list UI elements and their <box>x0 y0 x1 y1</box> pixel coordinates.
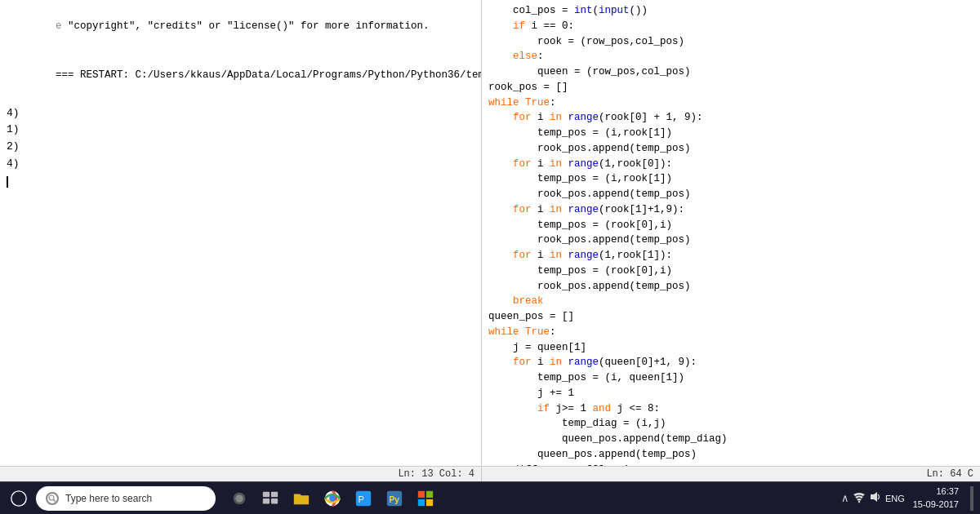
network-icon[interactable] <box>853 490 866 506</box>
svg-marker-21 <box>871 492 877 502</box>
output-line-2: 1) <box>7 122 474 139</box>
svg-point-11 <box>329 495 335 501</box>
svg-rect-6 <box>271 491 278 496</box>
svg-text:P: P <box>359 494 364 503</box>
code-line: while True: <box>488 95 973 111</box>
code-line: rook_pos.append(temp_pos) <box>488 279 973 295</box>
code-line: temp_pos = (i,rook[1]) <box>488 171 973 187</box>
svg-line-2 <box>54 499 56 502</box>
code-line: col_pos = int(input()) <box>488 3 973 19</box>
shell-output: 4) 1) 2) 4) <box>7 105 474 173</box>
code-line: while True: <box>488 325 973 340</box>
taskbar-icon-store[interactable] <box>413 486 438 511</box>
tray-overflow-icon[interactable]: ∧ <box>841 492 849 504</box>
shell-restart-line: === RESTART: C:/Users/kkaus/AppData/Loca… <box>7 52 474 98</box>
search-placeholder-text: Type here to search <box>65 493 152 504</box>
code-line: for i in range(rook[1]+1,9): <box>488 202 973 218</box>
code-line: else: <box>488 49 973 64</box>
volume-icon[interactable] <box>869 490 882 506</box>
taskbar-app-icons: P Py <box>227 486 438 511</box>
svg-point-4 <box>235 494 243 502</box>
shell-content[interactable]: e "copyright", "credits" or "license()" … <box>0 0 481 466</box>
show-desktop-button[interactable] <box>970 486 973 511</box>
taskbar-icon-vscode[interactable]: P <box>351 486 376 511</box>
taskbar-icon-cortana[interactable] <box>227 486 252 511</box>
output-line-4: 4) <box>7 156 474 173</box>
code-line: if j>= 1 and j <= 8: <box>488 401 973 417</box>
code-line: temp_pos = (rook[0],i) <box>488 264 973 279</box>
code-line: for i in range(queen[0]+1, 9): <box>488 355 973 370</box>
code-line: for i in range(rook[0] + 1, 9): <box>488 110 973 126</box>
svg-rect-16 <box>418 490 425 497</box>
taskbar-right-area: ∧ ENG 16:37 15-0 <box>841 485 973 511</box>
code-line: queen_pos.append(temp_pos) <box>488 447 973 463</box>
code-line: queen_pos = [] <box>488 309 973 325</box>
code-line: rook_pos.append(temp_pos) <box>488 141 973 157</box>
svg-rect-17 <box>426 490 433 497</box>
svg-rect-5 <box>263 491 270 496</box>
code-line: break <box>488 294 973 309</box>
code-line: for i in range(1,rook[0]): <box>488 157 973 172</box>
taskbar-icon-explorer[interactable] <box>289 486 314 511</box>
language-indicator[interactable]: ENG <box>885 494 905 503</box>
taskbar-search-bar[interactable]: Type here to search <box>36 486 216 511</box>
code-line: j = queen[1] <box>488 340 973 356</box>
code-line: rook_pos = [] <box>488 80 973 95</box>
svg-rect-18 <box>418 498 425 505</box>
code-line: j += 1 <box>488 386 973 401</box>
code-content[interactable]: col_pos = int(input()) if i == 0: rook =… <box>482 0 980 466</box>
left-status-text: Ln: 13 Col: 4 <box>398 468 474 480</box>
code-line: temp_pos = (rook[0],i) <box>488 218 973 233</box>
search-icon <box>46 492 59 505</box>
right-status-bar: Ln: 64 C <box>482 466 980 481</box>
clock-date: 15-09-2017 <box>913 498 959 511</box>
svg-rect-8 <box>271 498 278 503</box>
code-line: for i in range(1,rook[1]): <box>488 248 973 264</box>
taskbar-icon-taskview[interactable] <box>258 486 283 511</box>
left-status-bar: Ln: 13 Col: 4 <box>0 466 481 481</box>
clock-time: 16:37 <box>913 485 959 498</box>
system-tray: ∧ ENG <box>841 490 905 506</box>
code-line: queen_pos.append(temp_diag) <box>488 432 973 447</box>
cursor-line <box>7 176 474 188</box>
right-status-text: Ln: 64 C <box>926 468 973 480</box>
python-shell-panel: e "copyright", "credits" or "license()" … <box>0 0 482 481</box>
taskbar: Type here to search <box>0 481 980 514</box>
text-cursor <box>7 176 8 188</box>
svg-point-0 <box>11 490 26 505</box>
code-line: temp_pos = (i,rook[1]) <box>488 126 973 141</box>
svg-text:Py: Py <box>390 494 400 503</box>
taskbar-icon-python[interactable]: Py <box>382 486 407 511</box>
shell-copyright-line: e "copyright", "credits" or "license()" … <box>7 3 474 49</box>
svg-point-1 <box>49 495 54 500</box>
code-line: queen = (row_pos,col_pos) <box>488 64 973 80</box>
start-button[interactable] <box>7 486 31 511</box>
taskbar-clock[interactable]: 16:37 15-09-2017 <box>913 485 959 511</box>
code-line: rook = (row_pos,col_pos) <box>488 34 973 50</box>
svg-point-20 <box>858 501 860 503</box>
code-line: if i == 0: <box>488 19 973 34</box>
code-line: rook_pos.append(temp_pos) <box>488 187 973 202</box>
code-line: temp_diag = (i,j) <box>488 416 973 432</box>
code-editor-panel: col_pos = int(input()) if i == 0: rook =… <box>482 0 980 481</box>
taskbar-icon-chrome[interactable] <box>320 486 345 511</box>
svg-rect-7 <box>263 498 270 503</box>
output-line-1: 4) <box>7 105 474 122</box>
output-line-3: 2) <box>7 139 474 156</box>
code-line: temp_pos = (i, queen[1]) <box>488 370 973 386</box>
code-line: rook_pos.append(temp_pos) <box>488 233 973 248</box>
svg-rect-19 <box>426 498 433 505</box>
